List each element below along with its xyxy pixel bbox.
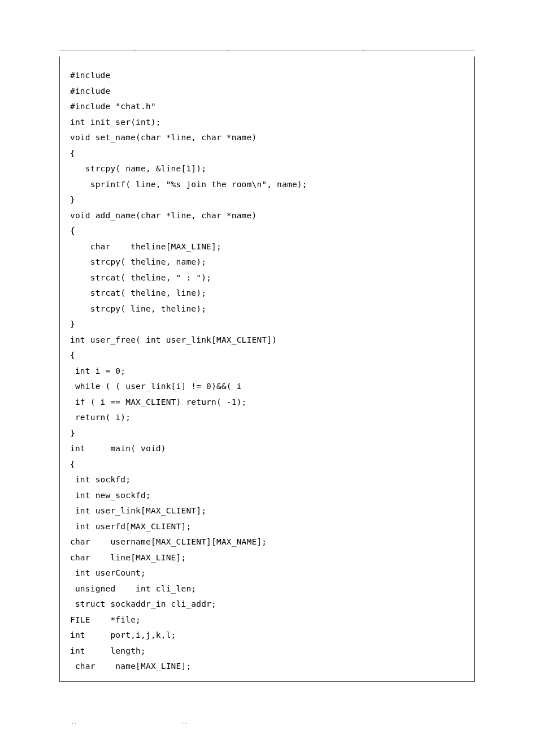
code-line: if ( i == MAX_CLIENT) return( -1);: [70, 395, 464, 411]
code-line: {: [70, 348, 464, 364]
code-line: }: [70, 192, 464, 208]
code-line: int length;: [70, 643, 464, 659]
code-line: }: [70, 426, 464, 442]
code-line: {: [70, 146, 464, 162]
code-line: return( i);: [70, 410, 464, 426]
code-line: strcpy( line, theline);: [70, 301, 464, 317]
code-line: FILE *file;: [70, 612, 464, 628]
code-container: #include #include #include "chat.h" int …: [59, 57, 475, 682]
code-line: struct sockaddr_in cli_addr;: [70, 597, 464, 612]
code-line: char theline[MAX_LINE];: [70, 239, 464, 255]
code-line: #include: [70, 68, 464, 84]
code-line: void add_name(char *line, char *name): [70, 208, 464, 224]
code-line: {: [70, 223, 464, 239]
code-line: int new_sockfd;: [70, 488, 464, 504]
code-line: int sockfd;: [70, 472, 464, 488]
code-line: sprintf( line, "%s join the room\n", nam…: [70, 177, 464, 193]
header-divider: [59, 50, 475, 50]
code-line: int user_free( int user_link[MAX_CLIENT]…: [70, 332, 464, 348]
code-line: int init_ser(int);: [70, 115, 464, 131]
code-line: int user_link[MAX_CLIENT];: [70, 503, 464, 519]
code-line: {: [70, 457, 464, 473]
code-line: #include "chat.h": [70, 99, 464, 115]
code-line: char username[MAX_CLIENT][MAX_NAME];: [70, 534, 464, 550]
code-line: unsigned int cli_len;: [70, 581, 464, 597]
footer-dot: ..: [181, 719, 188, 725]
code-line: strcat( theline, line);: [70, 286, 464, 301]
code-line: strcpy( theline, name);: [70, 254, 464, 270]
code-line: strcat( theline, " : ");: [70, 270, 464, 286]
code-line: int port,i,j,k,l;: [70, 628, 464, 643]
code-line: int userfd[MAX_CLIENT];: [70, 519, 464, 535]
code-line: int main( void): [70, 441, 464, 457]
footer-dot: ..: [71, 719, 77, 725]
code-line: void set_name(char *line, char *name): [70, 130, 464, 146]
code-line: while ( ( user_link[i] != 0)&&( i: [70, 379, 464, 395]
code-line: #include: [70, 84, 464, 100]
code-line: char line[MAX_LINE];: [70, 550, 464, 566]
code-line: int i = 0;: [70, 364, 464, 379]
header-dot: .: [362, 46, 365, 53]
code-line: strcpy( name, &line[1]);: [70, 161, 464, 177]
code-line: char name[MAX_LINE];: [70, 659, 464, 675]
code-line: }: [70, 317, 464, 332]
header-dot: .: [133, 46, 136, 53]
header-dot: .: [226, 46, 229, 53]
code-line: int userCount;: [70, 565, 464, 581]
